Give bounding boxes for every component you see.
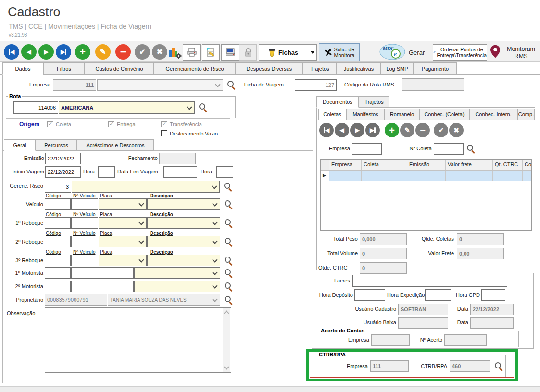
reboque3-codigo-field[interactable]	[45, 255, 71, 266]
mdfe-logo[interactable]: MDF e	[379, 43, 406, 61]
hora-cpd-field[interactable]	[481, 289, 505, 301]
reboque1-search-icon[interactable]	[224, 219, 233, 228]
gerenc-risco-field[interactable]: 3	[45, 181, 71, 193]
ctrb-rpa-search-icon[interactable]	[494, 362, 503, 371]
tab-percursos[interactable]: Percursos	[36, 139, 77, 151]
grid-header-coleta[interactable]: Coleta	[362, 160, 407, 170]
tab-justificativas[interactable]: Justificativas	[337, 62, 381, 75]
gerenc-risco-combo[interactable]	[72, 181, 220, 193]
grid-header-valor-frete[interactable]: Valor frete	[446, 160, 493, 170]
veiculo-descricao-combo[interactable]	[147, 198, 220, 210]
reboque1-codigo-field[interactable]	[45, 217, 71, 229]
scroll-up-icon[interactable]	[224, 310, 229, 316]
subtab-conhec-coleta[interactable]: Conhec. (Coleta)	[419, 109, 469, 120]
emissao-field[interactable]: 22/12/2022	[45, 153, 81, 164]
grid-header-co[interactable]: Co	[523, 160, 531, 170]
chart-icon[interactable]	[168, 46, 182, 59]
gerar-label[interactable]: Gerar	[409, 49, 425, 56]
grid-header-emissao[interactable]: Emissão	[407, 160, 446, 170]
motorista2-combo[interactable]	[134, 281, 220, 292]
scroll-down-icon[interactable]	[224, 364, 229, 369]
tab-log-smp[interactable]: Log SMP	[381, 62, 414, 75]
nr-coleta-field[interactable]	[434, 143, 464, 155]
subtab-conhec-intern[interactable]: Conhec. Intern.	[469, 109, 517, 120]
add-button[interactable]: +	[75, 44, 90, 60]
location-pin-icon[interactable]	[490, 45, 500, 58]
observacao-scrollbar[interactable]	[223, 308, 230, 372]
reboque1-numero-field[interactable]	[71, 217, 98, 229]
hora-inicio-field[interactable]	[98, 166, 115, 178]
ficha-viagem-field[interactable]: 127	[295, 79, 337, 91]
tab-trajetos[interactable]: Trajetos	[303, 62, 337, 75]
observacao-textarea[interactable]	[45, 307, 231, 373]
tab-pagamento[interactable]: Pagamento	[414, 62, 457, 75]
motorista2-nome-field[interactable]	[71, 281, 134, 292]
solic-monitora-button[interactable]: Solic. de Monitora	[319, 43, 360, 61]
tab-documentos[interactable]: Documentos	[316, 96, 359, 108]
subtab-comp[interactable]: Comp.	[517, 109, 535, 120]
next-record-button[interactable]: ▶	[38, 44, 54, 60]
subtab-manifestos[interactable]: Manifestos	[346, 109, 385, 120]
tab-filtros[interactable]: Filtros	[43, 62, 85, 75]
tab-despesas-diversas[interactable]: Despesas Diversas	[236, 62, 303, 75]
coletas-confirm-button[interactable]: ✔	[434, 123, 448, 137]
tab-custos-convenio[interactable]: Custos de Convênio	[85, 62, 154, 75]
fichas-button[interactable]: Fichas	[259, 44, 308, 61]
reboque2-numero-field[interactable]	[71, 236, 98, 247]
motorista1-nome-field[interactable]	[71, 267, 134, 279]
previous-record-button[interactable]: ◀	[21, 44, 37, 60]
ordenar-pontos-button[interactable]: Ordenar Pontos de Entrega\Transferência	[433, 44, 487, 61]
last-record-button[interactable]: ▶	[56, 44, 71, 60]
reboque2-codigo-field[interactable]	[45, 236, 71, 247]
proprietario-search-icon[interactable]	[224, 295, 233, 305]
lacres-field[interactable]	[352, 275, 507, 287]
reboque1-placa-combo[interactable]	[99, 217, 147, 229]
reboque3-placa-combo[interactable]	[99, 255, 147, 266]
report-button[interactable]	[202, 44, 220, 61]
reboque1-descricao-combo[interactable]	[147, 217, 220, 229]
tab-trajetos-doc[interactable]: Trajetos	[359, 96, 389, 108]
rota-search-icon[interactable]	[199, 103, 208, 112]
coletas-last-button[interactable]: ▶	[365, 123, 380, 137]
reboque2-placa-combo[interactable]	[99, 236, 147, 247]
coletas-previous-button[interactable]: ◀	[335, 123, 349, 137]
reboque3-numero-field[interactable]	[71, 255, 98, 266]
motorista1-search-icon[interactable]	[224, 269, 233, 278]
print-button[interactable]	[183, 44, 201, 61]
rota-code-field[interactable]: 114006	[13, 101, 58, 114]
deslocamento-vazio-checkbox[interactable]	[161, 130, 167, 136]
hora-expedicao-field[interactable]	[425, 289, 451, 301]
rota-name-combo[interactable]: AMERICANA	[59, 101, 195, 114]
veiculo-placa-combo[interactable]	[99, 198, 147, 210]
reboque2-search-icon[interactable]	[224, 237, 233, 246]
subtab-coletas[interactable]: Coletas	[318, 109, 346, 120]
motorista2-search-icon[interactable]	[224, 282, 233, 291]
print-screen-button[interactable]	[221, 44, 239, 61]
gerenc-risco-search-icon[interactable]	[224, 182, 233, 191]
veiculo-search-icon[interactable]	[224, 200, 233, 209]
tab-gerenciamento-risco[interactable]: Gerenciamento de Risco	[154, 62, 236, 75]
reboque2-descricao-combo[interactable]	[147, 236, 220, 247]
motorista2-codigo-field[interactable]	[45, 281, 71, 292]
coleta-empresa-field[interactable]	[352, 143, 382, 155]
motorista1-codigo-field[interactable]	[45, 267, 71, 279]
fichas-dropdown-button[interactable]	[308, 44, 317, 61]
nr-coleta-search-icon[interactable]	[466, 144, 476, 153]
confirm-button[interactable]: ✔	[135, 44, 150, 60]
empresa-search-icon[interactable]	[227, 80, 236, 89]
inicio-viagem-field[interactable]: 22/12/2022	[45, 166, 81, 178]
monitoram-rms-button[interactable]: Monitoram RMS	[502, 46, 540, 60]
first-record-button[interactable]: ◀	[4, 44, 19, 60]
reboque3-search-icon[interactable]	[224, 256, 233, 265]
grid-header-qt-ctrc[interactable]: Qt. CTRC	[493, 160, 523, 170]
cancel-button[interactable]: ✖	[152, 44, 167, 60]
edit-button[interactable]: ✎	[95, 44, 111, 60]
delete-button[interactable]: −	[115, 44, 131, 60]
motorista1-combo[interactable]	[134, 267, 220, 279]
coletas-first-button[interactable]: ◀	[319, 123, 334, 137]
coletas-grid-row[interactable]: ▶	[321, 171, 531, 181]
hora-deposito-field[interactable]	[354, 289, 385, 301]
tab-dados[interactable]: Dados	[2, 62, 43, 75]
grid-header-empresa[interactable]: Empresa	[329, 160, 362, 170]
coletas-delete-button[interactable]: −	[415, 123, 430, 137]
